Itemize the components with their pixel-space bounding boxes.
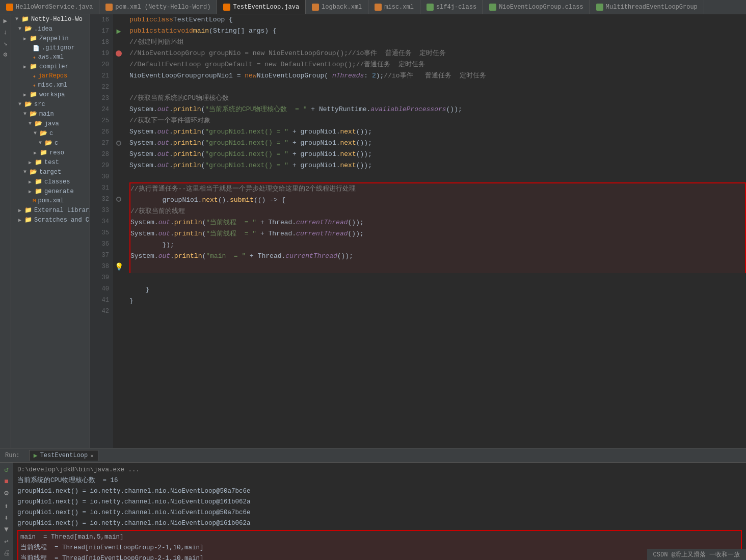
- tab-hellowordservice[interactable]: HelloWordService.java: [0, 0, 99, 14]
- scroll-up-button[interactable]: ⬆: [1, 501, 12, 512]
- gutter-27[interactable]: [113, 138, 124, 149]
- code-line-17: public static void main(String[] args) {: [129, 25, 746, 37]
- run-tab-icon: ▶: [34, 451, 38, 460]
- sidebar-item-target[interactable]: ▼ 📂 target: [11, 167, 90, 177]
- sidebar-item-misc[interactable]: ✦ misc.xml: [11, 81, 90, 90]
- line-num-33: 33: [90, 205, 109, 216]
- sidebar-item-idea[interactable]: ▼ 📂 .idea: [11, 24, 90, 34]
- arrow-classes: ▶: [29, 179, 32, 185]
- sidebar-item-compiler[interactable]: ▶ 📁 compiler: [11, 62, 90, 71]
- run-tab-testeventloop[interactable]: ▶ TestEventLoop ✕: [29, 450, 98, 461]
- folder-icon-target: 📂: [30, 168, 37, 176]
- sidebar-item-c1[interactable]: ▼ 📂 c: [11, 128, 90, 138]
- status-bar: CSDN @滑上又滑落 一收和一放: [647, 549, 746, 560]
- arrow-java: ▼: [29, 121, 32, 126]
- gutter-19[interactable]: [113, 48, 124, 59]
- output-highlight-block: main = Thread[main,5,main] 当前线程 = Thread…: [17, 530, 742, 560]
- code-line-21: NioEventLoopGroup groupNio1 = new NioEve…: [129, 70, 746, 82]
- step-over-icon[interactable]: ↓: [1, 28, 10, 37]
- sidebar-item-reso[interactable]: ▶ 📁 reso: [11, 148, 90, 157]
- sidebar-item-generate[interactable]: ▶ 📁 generate: [11, 186, 90, 196]
- code-line-26: System.out.println("groupNio1.next() = "…: [129, 126, 746, 138]
- gutter-20: [113, 59, 124, 70]
- code-line-28: System.out.println("groupNio1.next() = "…: [129, 149, 746, 160]
- line-num-35: 35: [90, 227, 109, 238]
- highlight-region: //执行普通任务--这里相当于就是一个异步处理交给这里的2个线程进行处理 gro…: [129, 182, 746, 273]
- sidebar-item-main[interactable]: ▼ 📂 main: [11, 109, 90, 119]
- code-line-22: [129, 82, 746, 93]
- folder-icon-workspace: 📁: [30, 91, 37, 98]
- code-line-23: //获取当前系统的CPU物理核心数: [129, 93, 746, 104]
- folder-icon-src: 📂: [24, 100, 32, 108]
- output-line-5: groupNio1.next() = io.netty.channel.nio.…: [17, 508, 742, 518]
- arrow-src: ▼: [18, 101, 21, 107]
- line-num-34: 34: [90, 216, 109, 227]
- output-line-6: groupNio1.next() = io.netty.channel.nio.…: [17, 518, 742, 529]
- arrow-main: ▼: [23, 111, 26, 117]
- settings-button[interactable]: ⚙: [1, 488, 12, 498]
- output-line-1: D:\develop\jdk8\bin\java.exe ...: [17, 465, 742, 475]
- file-icon-git: 📄: [33, 45, 40, 51]
- sidebar-item-jarrepos[interactable]: ✦ jarRepos: [11, 71, 90, 81]
- folder-icon-classes: 📁: [35, 178, 42, 185]
- arrow-workspace: ▶: [23, 92, 26, 98]
- code-editor[interactable]: public class TestEventLoop { public stat…: [124, 14, 746, 448]
- sidebar-item-aws[interactable]: ✦ aws.xml: [11, 52, 90, 62]
- sidebar-item-workspace[interactable]: ▶ 📁 workspa: [11, 90, 90, 99]
- print-button[interactable]: 🖨: [1, 548, 12, 558]
- tab-slf4j[interactable]: slf4j-class: [420, 0, 483, 14]
- settings-icon[interactable]: ⚙: [1, 50, 10, 59]
- sidebar-item-classes[interactable]: ▶ 📁 classes: [11, 177, 90, 186]
- wrap-button[interactable]: ↩: [1, 536, 12, 546]
- editor-area: 16 17 18 19 20 21 22 23 24 25 26 27 28 2…: [90, 14, 746, 448]
- stop-button[interactable]: ■: [1, 476, 12, 487]
- line-num-25: 25: [90, 115, 109, 126]
- tab-nioeventloopgroup[interactable]: NioEventLoopGroup.class: [483, 0, 590, 14]
- gutter-37: [113, 250, 124, 261]
- gutter-38[interactable]: 💡: [113, 261, 124, 272]
- tab-multithread[interactable]: MultithreadEventLoopGroup: [590, 0, 704, 14]
- main-layout: ▶ ↓ ↘ ⚙ ▼ 📁 Netty-Hello-Wo ▼ 📂 .idea ▶ 📁…: [0, 14, 746, 448]
- line-num-16: 16: [90, 14, 109, 25]
- arrow-test: ▶: [29, 159, 32, 166]
- line-num-20: 20: [90, 59, 109, 70]
- line-num-27: 27: [90, 138, 109, 149]
- sidebar-item-c2[interactable]: ▼ 📂 c: [11, 138, 90, 148]
- code-line-18: //创建时间循环组: [129, 37, 746, 48]
- file-icon-jar: ✦: [33, 73, 36, 79]
- step-into-icon[interactable]: ↘: [1, 39, 10, 48]
- sidebar-item-project[interactable]: ▼ 📁 Netty-Hello-Wo: [11, 14, 90, 24]
- run-icon[interactable]: ▶: [1, 16, 10, 25]
- folder-icon-java: 📂: [35, 120, 42, 127]
- gutter-26: [113, 126, 124, 138]
- tab-testeventloop[interactable]: TestEventLoop.java: [217, 0, 306, 14]
- code-line-35: System.out.println("当前线程 = " + Thread.cu…: [130, 228, 745, 239]
- tab-logback[interactable]: logback.xml: [306, 0, 368, 14]
- sidebar-item-test[interactable]: ▶ 📁 test: [11, 157, 90, 167]
- arrow-c2: ▼: [39, 140, 42, 146]
- sidebar-item-src[interactable]: ▼ 📂 src: [11, 99, 90, 109]
- sidebar-item-scratches[interactable]: ▶ 📁 Scratches and C: [11, 215, 90, 225]
- line-num-39: 39: [90, 272, 109, 283]
- file-icon-misc: ✦: [33, 82, 36, 89]
- scroll-down-button[interactable]: ⬇: [1, 513, 12, 523]
- filter-button[interactable]: ▼: [1, 524, 12, 535]
- sidebar-item-zeppelin[interactable]: ▶ 📁 Zeppelin: [11, 34, 90, 43]
- gutter-35: [113, 227, 124, 238]
- sidebar-item-pom[interactable]: M pom.xml: [11, 196, 90, 205]
- line-num-31: 31: [90, 182, 109, 194]
- sidebar-item-java[interactable]: ▼ 📂 java: [11, 119, 90, 128]
- gutter-31: [113, 182, 124, 194]
- tab-misc[interactable]: misc.xml: [368, 0, 420, 14]
- sidebar: ▼ 📁 Netty-Hello-Wo ▼ 📂 .idea ▶ 📁 Zeppeli…: [11, 14, 90, 448]
- arrow-reso: ▶: [34, 150, 37, 156]
- run-header: Run: ▶ TestEventLoop ✕: [0, 448, 746, 463]
- sidebar-item-gitignore[interactable]: 📄 .gitignor: [11, 43, 90, 52]
- gutter-32[interactable]: [113, 194, 124, 205]
- sidebar-item-ext-libs[interactable]: ▶ 📁 External Libraries: [11, 205, 90, 215]
- tab-pom[interactable]: pom.xml (Netty-Hello-Word): [99, 0, 217, 14]
- rerun-button[interactable]: ↺: [1, 465, 12, 475]
- output-line-7: main = Thread[main,5,main]: [20, 532, 739, 543]
- run-tab-close[interactable]: ✕: [90, 452, 94, 459]
- gutter-17[interactable]: ▶: [113, 25, 124, 37]
